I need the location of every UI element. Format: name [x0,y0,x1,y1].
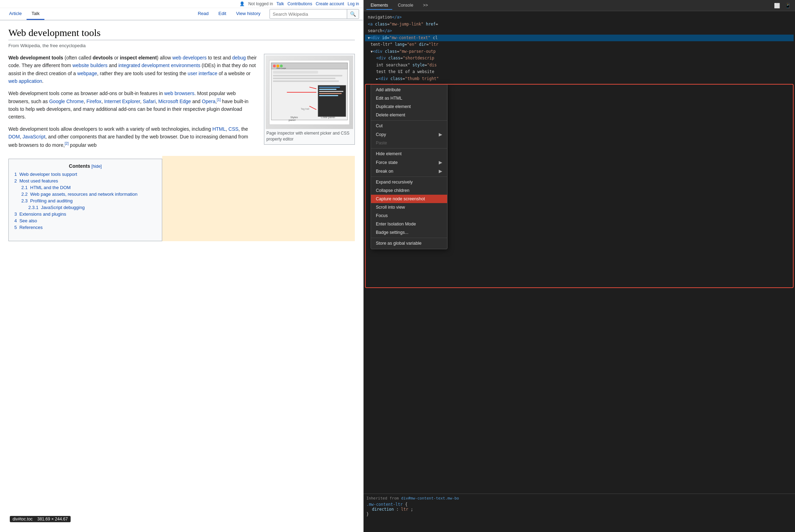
link-ui[interactable]: user interface [188,71,217,76]
link-edge[interactable]: Microsoft Edge [158,99,191,104]
ctx-badge-settings[interactable]: Badge settings... [371,228,447,237]
ref-1: [1] [217,98,221,102]
ctx-collapse-children[interactable]: Collapse children [371,186,447,195]
ctx-delete-element[interactable]: Delete element [371,111,447,119]
styles-inherited-label: Inherited from div#mw-content-text.mw-bo [366,496,792,501]
wiki-tabs-row: Article Talk Read Edit View history 🔍 [0,8,363,20]
contents-link-1[interactable]: 1 Web developer tools support [14,172,77,177]
svg-rect-11 [319,89,337,90]
svg-rect-12 [319,91,343,92]
styles-declaration: direction : ltr ; [366,507,792,512]
link-dom[interactable]: DOM [8,134,20,139]
contents-link-2-2[interactable]: 2.2 Web page assets, resources and netwo… [21,192,137,197]
ctx-scroll-into-view[interactable]: Scroll into view [371,203,447,211]
search-wrap: 🔍 [270,9,359,19]
link-opera[interactable]: Opera [202,99,215,104]
styles-prop: direction [372,507,394,512]
link-ides[interactable]: integrated development environments [119,63,200,68]
tab-read[interactable]: Read [193,8,214,20]
log-in-link[interactable]: Log in [348,1,359,6]
ctx-force-state[interactable]: Force state ▶ [371,158,447,167]
ctx-separator [371,238,447,238]
ctx-paste: Paste [371,139,447,147]
arrow-icon: ▶ [439,160,442,165]
wikipedia-panel: 👤 Not logged in Talk Contributions Creat… [0,0,364,532]
dom-line: search</a> [365,28,794,35]
ctx-enter-isolation-mode[interactable]: Enter Isolation Mode [371,220,447,228]
tab-elements[interactable]: Elements [366,1,392,10]
ctx-copy[interactable]: Copy ▶ [371,130,447,139]
link-debug[interactable]: debug [232,55,246,60]
search-button[interactable]: 🔍 [347,9,359,19]
contents-link-4[interactable]: 4 See also [14,218,37,223]
wiki-topbar: 👤 Not logged in Talk Contributions Creat… [0,0,363,8]
list-item: 4 See also [14,218,156,223]
styles-val: ltr [401,507,408,512]
contents-list: 1 Web developer tools support 2 Most use… [14,172,156,230]
ctx-duplicate-element[interactable]: Duplicate element [371,102,447,111]
styles-rule: .mw-content-ltr { [366,502,792,507]
link-chrome[interactable]: Google Chrome [49,99,84,104]
create-account-link[interactable]: Create account [316,1,344,6]
devtools-dom-tree: navigation</a> <a class="mw-jump-link" h… [364,11,795,494]
page-subtitle: From Wikipedia, the free encyclopedia [8,43,355,48]
image-caption: Page inspector with element picker and C… [266,129,353,143]
devtools-styles-panel: Inherited from div#mw-content-text.mw-bo… [364,494,795,532]
ctx-focus[interactable]: Focus [371,211,447,220]
contents-link-2-3[interactable]: 2.3 Profiling and auditing [21,198,73,203]
tab-more[interactable]: >> [419,1,432,10]
contents-link-2-3-1[interactable]: 2.3.1 JavaScript debugging [28,205,85,210]
styles-class: .mw-content-ltr [366,502,403,507]
dom-line-highlighted[interactable]: ▼<div id="mw-content-text" cl [365,35,794,42]
link-css[interactable]: CSS [228,126,238,132]
link-website-builders[interactable]: website builders [72,63,107,68]
contributions-link[interactable]: Contributions [287,1,312,6]
tab-console[interactable]: Console [394,1,417,10]
ctx-edit-as-html[interactable]: Edit as HTML [371,94,447,102]
contents-hide[interactable]: [hide] [92,164,102,169]
contents-link-2[interactable]: 2 Most used features [14,178,58,184]
link-firefox[interactable]: Firefox [86,99,101,104]
ctx-break-on[interactable]: Break on ▶ [371,167,447,175]
inspect-icon[interactable]: ⬜ [773,2,781,9]
dom-line: int searchaux" style="dis [365,62,794,69]
contents-link-3[interactable]: 3 Extensions and plugins [14,211,66,217]
ref-2: [2] [65,142,69,145]
ctx-expand-recursively[interactable]: Expand recursively [371,178,447,186]
svg-text:Web-page: Web-page [277,67,286,69]
tab-view-history[interactable]: View history [231,8,265,20]
styles-close: } [366,512,792,517]
ctx-add-attribute[interactable]: Add attribute [371,86,447,94]
contents-link-5[interactable]: 5 References [14,225,43,230]
link-web-browsers[interactable]: web browsers [164,91,194,96]
link-html[interactable]: HTML [212,126,225,132]
link-ie[interactable]: Internet Explorer [104,99,140,104]
wiki-content: Web development tools From Wikipedia, th… [0,20,363,532]
contents-link-2-1[interactable]: 2.1 HTML and the DOM [21,185,71,190]
talk-link[interactable]: Talk [277,1,284,6]
link-web-developers[interactable]: web developers [172,55,207,60]
tab-article[interactable]: Article [4,8,27,20]
tab-talk[interactable]: Talk [27,8,44,20]
ctx-store-as-global[interactable]: Store as global variable [371,239,447,247]
link-web-app[interactable]: web application [8,78,42,84]
bold-web-dev-tools: Web development tools [8,55,63,60]
ctx-capture-node-screenshot[interactable]: Capture node screenshot [371,195,447,203]
styles-open-brace: { [405,502,408,507]
styles-semi: ; [411,507,413,512]
link-safari[interactable]: Safari [143,99,156,104]
ctx-separator [371,177,447,177]
svg-rect-14 [319,95,338,96]
svg-rect-5 [273,71,318,74]
styles-selector-link[interactable]: div#mw-content-text.mw-bo [401,496,459,501]
ctx-hide-element[interactable]: Hide element [371,150,447,158]
tab-edit[interactable]: Edit [214,8,231,20]
ctx-cut[interactable]: Cut [371,122,447,130]
list-item: 2.3.1 JavaScript debugging [14,205,156,210]
dom-line: ►<div class="thumb tright" [365,76,794,82]
link-webpage[interactable]: webpage [77,71,97,76]
contents-title: Contents [hide] [14,163,156,169]
device-icon[interactable]: 📱 [783,2,792,9]
search-input[interactable] [270,10,347,19]
link-javascript[interactable]: JavaScript [22,134,45,139]
